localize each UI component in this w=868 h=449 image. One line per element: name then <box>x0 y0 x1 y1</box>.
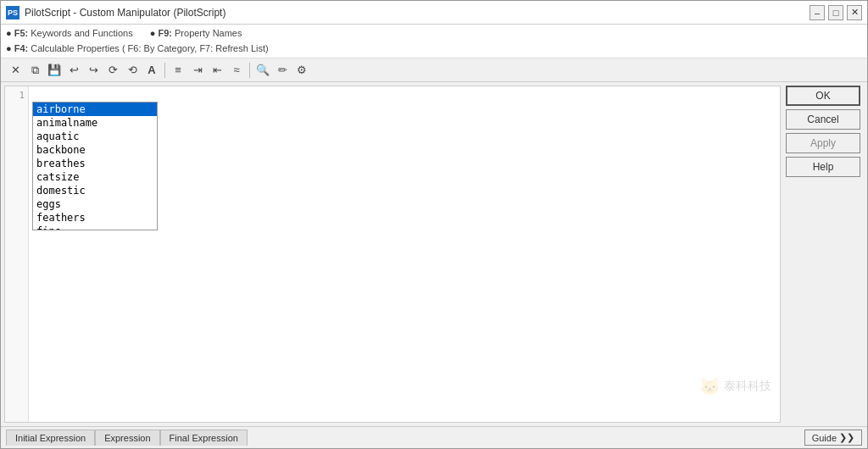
cancel-button[interactable]: Cancel <box>786 109 860 130</box>
autocomplete-item[interactable]: backbone <box>33 143 157 157</box>
guide-button[interactable]: Guide ❯❯ <box>804 430 862 446</box>
minimize-button[interactable]: – <box>810 5 825 20</box>
toolbar-tab-right[interactable]: ⇥ <box>188 61 207 80</box>
autocomplete-item[interactable]: aquatic <box>33 130 157 143</box>
tab-expression[interactable]: Expression <box>95 430 159 446</box>
toolbar-align[interactable]: ≈ <box>227 61 246 80</box>
toolbar-undo[interactable]: ↩ <box>64 61 83 80</box>
tab-final-expression[interactable]: Final Expression <box>160 430 248 446</box>
menu-item-f5: ● F5: Keywords and Functions <box>6 26 133 42</box>
toolbar-copy[interactable]: ⧉ <box>25 61 44 80</box>
tab-initial-expression[interactable]: Initial Expression <box>6 430 95 446</box>
toolbar-font[interactable]: A <box>142 61 161 80</box>
help-button[interactable]: Help <box>786 157 860 177</box>
toolbar-edit[interactable]: ✏ <box>273 61 292 80</box>
title-bar-controls: – □ ✕ <box>810 5 862 20</box>
toolbar-back[interactable]: ⟲ <box>123 61 142 80</box>
toolbar-sep-2 <box>249 63 250 78</box>
toolbar-redo[interactable]: ↪ <box>84 61 103 80</box>
menu-bar: ● F5: Keywords and Functions ● F9: Prope… <box>1 25 867 58</box>
toolbar-tab-left[interactable]: ⇤ <box>208 61 226 80</box>
maximize-button[interactable]: □ <box>828 5 843 20</box>
status-tabs: Initial Expression Expression Final Expr… <box>6 430 248 446</box>
autocomplete-item[interactable]: domestic <box>33 184 157 197</box>
title-bar: PS PilotScript - Custom Manipulator (Pil… <box>1 1 867 25</box>
autocomplete-item[interactable]: airborne <box>33 103 157 116</box>
ok-button[interactable]: OK <box>786 86 860 106</box>
autocomplete-dropdown[interactable]: airborneanimalnameaquaticbackbonebreathe… <box>32 102 158 230</box>
watermark: 🐱 泰科科技 <box>699 376 771 396</box>
line-numbers: 1 <box>5 86 29 422</box>
autocomplete-list[interactable]: airborneanimalnameaquaticbackbonebreathe… <box>33 103 157 230</box>
menu-item-f9: ● F9: Property Names <box>150 26 242 42</box>
guide-icon: ❯❯ <box>839 432 854 443</box>
window-title: PilotScript - Custom Manipulator (PilotS… <box>25 7 225 19</box>
menu-row-1: ● F5: Keywords and Functions ● F9: Prope… <box>6 26 862 42</box>
autocomplete-item[interactable]: fins <box>33 224 157 230</box>
sidebar: OK Cancel Apply Help <box>782 82 867 426</box>
app-icon: PS <box>6 6 19 19</box>
title-bar-left: PS PilotScript - Custom Manipulator (Pil… <box>6 6 225 19</box>
toolbar: ✕ ⧉ 💾 ↩ ↪ ⟳ ⟲ A ≡ ⇥ ⇤ ≈ 🔍 ✏ ⚙ <box>1 58 867 82</box>
editor-area[interactable]: 1 airborneanimalnameaquaticbackbonebreat… <box>4 86 781 423</box>
autocomplete-item[interactable]: breathes <box>33 157 157 170</box>
toolbar-indent[interactable]: ≡ <box>169 61 187 80</box>
main-window: PS PilotScript - Custom Manipulator (Pil… <box>0 0 868 449</box>
guide-label: Guide <box>812 433 837 443</box>
autocomplete-item[interactable]: catsize <box>33 170 157 184</box>
menu-item-f4: ● F4: Calculable Properties ( F6: By Cat… <box>6 42 269 57</box>
editor-body[interactable]: airborneanimalnameaquaticbackbonebreathe… <box>29 86 780 422</box>
toolbar-refresh[interactable]: ⟳ <box>103 61 122 80</box>
toolbar-search[interactable]: 🔍 <box>253 61 272 80</box>
autocomplete-item[interactable]: animalname <box>33 116 157 130</box>
toolbar-cut[interactable]: ✕ <box>6 61 25 80</box>
line-number-1: 1 <box>7 90 25 101</box>
toolbar-save[interactable]: 💾 <box>45 61 64 80</box>
menu-row-2: ● F4: Calculable Properties ( F6: By Cat… <box>6 42 862 57</box>
main-content: 1 airborneanimalnameaquaticbackbonebreat… <box>1 82 867 426</box>
toolbar-sep-1 <box>164 63 165 78</box>
close-button[interactable]: ✕ <box>847 5 862 20</box>
status-bar: Initial Expression Expression Final Expr… <box>1 426 867 448</box>
apply-button[interactable]: Apply <box>786 133 860 153</box>
autocomplete-item[interactable]: eggs <box>33 197 157 211</box>
autocomplete-item[interactable]: feathers <box>33 211 157 224</box>
toolbar-settings[interactable]: ⚙ <box>292 61 311 80</box>
